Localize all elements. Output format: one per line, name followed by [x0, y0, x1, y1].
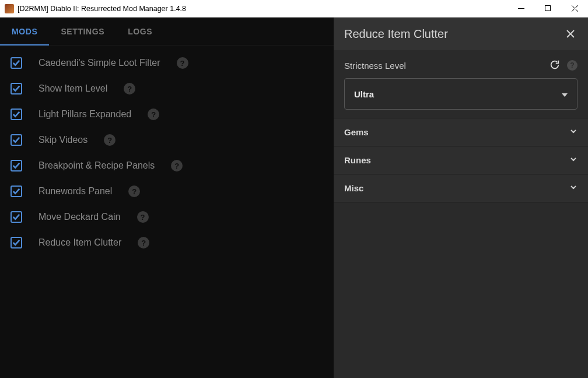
panel-title: Reduce Item Clutter	[344, 27, 448, 41]
panel-header: Reduce Item Clutter	[334, 18, 588, 50]
panel-body: Strictness Level ? Ultra Gems	[334, 50, 588, 378]
close-panel-button[interactable]	[564, 27, 578, 41]
tab-label: SETTINGS	[61, 27, 104, 36]
tab-label: LOGS	[128, 27, 152, 36]
tab-mods[interactable]: MODS	[0, 18, 49, 45]
mod-row[interactable]: Show Item Level ?	[0, 76, 334, 102]
app-body: MODS SETTINGS LOGS Caedendi's Simple Loo…	[0, 18, 588, 378]
accordion-gems[interactable]: Gems	[334, 118, 588, 146]
help-icon[interactable]: ?	[177, 57, 188, 69]
help-icon[interactable]: ?	[137, 211, 149, 223]
accordion-label: Gems	[344, 127, 369, 137]
help-icon[interactable]: ?	[124, 83, 135, 94]
mod-name: Reduce Item Clutter	[38, 237, 121, 248]
tab-settings[interactable]: SETTINGS	[49, 18, 116, 45]
mod-checkbox[interactable]	[10, 186, 22, 197]
tab-label: MODS	[12, 27, 37, 36]
close-button[interactable]	[561, 0, 588, 18]
help-icon[interactable]: ?	[171, 160, 183, 172]
maximize-button[interactable]	[534, 0, 561, 18]
mod-checkbox[interactable]	[10, 134, 22, 146]
mod-row[interactable]: Move Deckard Cain ?	[0, 204, 334, 230]
mod-checkbox[interactable]	[10, 57, 22, 69]
mod-checkbox[interactable]	[10, 83, 22, 94]
help-icon[interactable]: ?	[138, 237, 149, 249]
field-label: Strictness Level	[344, 61, 406, 71]
svg-rect-1	[545, 6, 550, 11]
help-icon[interactable]: ?	[567, 60, 578, 71]
mod-checkbox[interactable]	[10, 211, 22, 223]
select-value: Ultra	[354, 89, 374, 99]
left-pane: MODS SETTINGS LOGS Caedendi's Simple Loo…	[0, 18, 334, 378]
mod-row[interactable]: Reduce Item Clutter ?	[0, 230, 334, 256]
window-controls	[508, 0, 588, 18]
help-icon[interactable]: ?	[148, 108, 159, 120]
mod-name: Show Item Level	[38, 83, 107, 94]
strictness-select[interactable]: Ultra	[344, 78, 578, 110]
tab-logs[interactable]: LOGS	[116, 18, 164, 45]
empty-space	[334, 202, 588, 202]
svg-marker-6	[562, 93, 568, 97]
help-icon[interactable]: ?	[128, 186, 140, 197]
mod-row[interactable]: Skip Videos ?	[0, 127, 334, 153]
refresh-icon[interactable]	[550, 60, 561, 71]
mod-name: Breakpoint & Recipe Panels	[38, 160, 155, 171]
mod-checkbox[interactable]	[10, 160, 22, 172]
accordion-label: Misc	[344, 183, 363, 193]
mod-row[interactable]: Runewords Panel ?	[0, 178, 334, 204]
mod-row[interactable]: Light Pillars Expanded ?	[0, 102, 334, 127]
field-strictness: Strictness Level ? Ultra	[334, 50, 588, 118]
chevron-down-icon	[569, 183, 578, 194]
mod-name: Light Pillars Expanded	[38, 109, 131, 120]
help-icon[interactable]: ?	[104, 134, 116, 146]
accordion-misc[interactable]: Misc	[334, 174, 588, 202]
mod-checkbox[interactable]	[10, 237, 22, 249]
titlebar: [D2RMM] Diablo II: Resurrected Mod Manag…	[0, 0, 588, 18]
app-icon	[5, 4, 14, 13]
mod-row[interactable]: Caedendi's Simple Loot Filter ?	[0, 50, 334, 76]
chevron-down-icon	[569, 127, 578, 138]
mods-list: Caedendi's Simple Loot Filter ? Show Ite…	[0, 46, 334, 260]
minimize-button[interactable]	[508, 0, 534, 18]
mod-checkbox[interactable]	[10, 108, 22, 120]
accordion-runes[interactable]: Runes	[334, 146, 588, 174]
tabs: MODS SETTINGS LOGS	[0, 18, 334, 46]
right-pane: Reduce Item Clutter Strictness Level ?	[334, 18, 588, 378]
mod-name: Move Deckard Cain	[38, 212, 121, 222]
accordion-label: Runes	[344, 155, 371, 165]
mod-name: Skip Videos	[38, 135, 88, 145]
mod-name: Runewords Panel	[38, 186, 112, 197]
window-title: [D2RMM] Diablo II: Resurrected Mod Manag…	[18, 5, 508, 13]
chevron-down-icon	[569, 155, 578, 166]
chevron-down-icon	[562, 89, 568, 99]
mod-row[interactable]: Breakpoint & Recipe Panels ?	[0, 153, 334, 178]
mod-name: Caedendi's Simple Loot Filter	[38, 58, 160, 68]
